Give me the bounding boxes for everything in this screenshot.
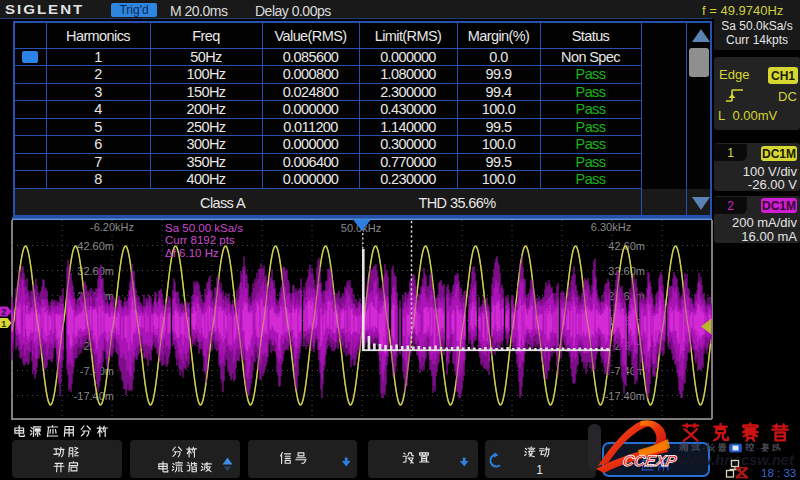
svg-text:www.hnccsw.net: www.hnccsw.net (678, 452, 795, 468)
svg-text:18 : 33: 18 : 33 (761, 467, 796, 479)
svg-text:CCEXP: CCEXP (621, 452, 678, 469)
